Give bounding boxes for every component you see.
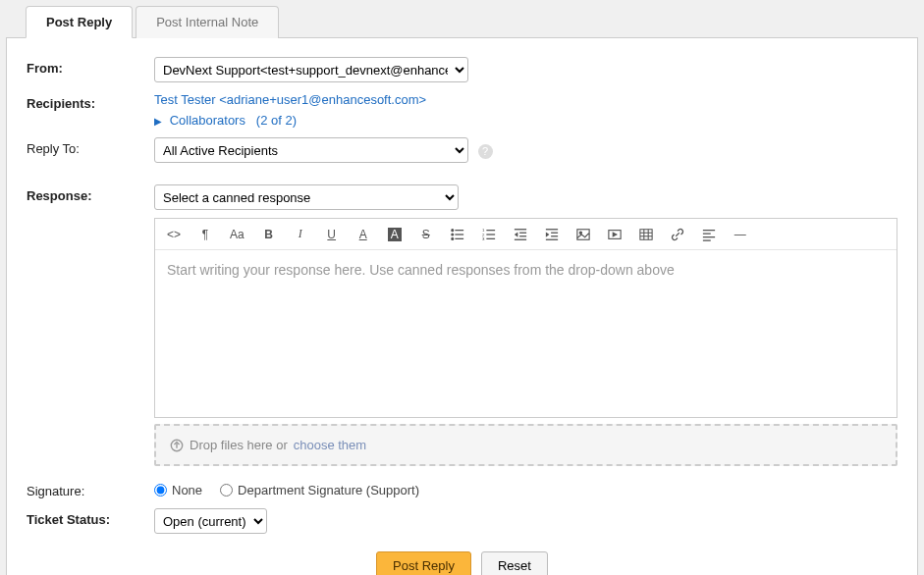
svg-marker-25: [613, 233, 617, 236]
collaborators-toggle[interactable]: ▶ Collaborators (2 of 2): [154, 113, 897, 128]
from-label: From:: [27, 57, 154, 76]
font-family-icon[interactable]: Aa: [230, 228, 245, 241]
signature-label: Signature:: [27, 480, 154, 498]
ordered-list-icon[interactable]: 123: [482, 228, 496, 241]
paragraph-icon[interactable]: ¶: [198, 228, 212, 241]
help-icon[interactable]: ?: [478, 144, 493, 159]
align-icon[interactable]: [702, 228, 716, 241]
tab-post-reply[interactable]: Post Reply: [26, 6, 133, 38]
ticket-status-select[interactable]: Open (current): [154, 508, 267, 534]
post-reply-button[interactable]: Post Reply: [376, 551, 471, 575]
strikethrough-icon[interactable]: S: [419, 228, 433, 241]
signature-none-label: None: [172, 483, 202, 497]
video-icon[interactable]: [608, 228, 622, 241]
signature-dept-option[interactable]: Department Signature (Support): [220, 483, 419, 497]
dropzone-text: Drop files here or: [190, 438, 288, 452]
signature-dept-label: Department Signature (Support): [238, 483, 419, 497]
reset-button[interactable]: Reset: [481, 551, 548, 575]
outdent-icon[interactable]: [514, 228, 527, 241]
recipients-label: Recipients:: [27, 92, 154, 111]
canned-response-select[interactable]: Select a canned response: [154, 184, 459, 210]
collaborators-count: (2 of 2): [256, 113, 297, 128]
font-color-icon[interactable]: A: [356, 228, 370, 241]
form-area: From: DevNext Support<test+support_devne…: [7, 39, 917, 575]
button-row: Post Reply Reset: [27, 551, 897, 575]
table-icon[interactable]: [639, 228, 653, 241]
caret-right-icon: ▶: [154, 116, 162, 127]
svg-marker-18: [546, 232, 550, 236]
svg-rect-26: [640, 229, 652, 239]
svg-point-2: [452, 234, 454, 235]
code-view-icon[interactable]: <>: [167, 228, 181, 241]
signature-none-option[interactable]: None: [154, 483, 202, 497]
upload-icon: [170, 439, 184, 452]
reply-to-select[interactable]: All Active Recipients: [154, 137, 468, 163]
ticket-status-label: Ticket Status:: [27, 508, 154, 527]
recipient-link[interactable]: Test Tester <adriane+user1@enhancesoft.c…: [154, 92, 426, 107]
svg-point-4: [452, 237, 454, 239]
svg-point-0: [452, 229, 454, 231]
response-label: Response:: [27, 184, 154, 203]
unordered-list-icon[interactable]: [451, 228, 464, 241]
italic-icon[interactable]: I: [294, 227, 307, 241]
file-dropzone[interactable]: Drop files here or choose them: [154, 424, 897, 466]
bold-icon[interactable]: B: [262, 228, 276, 241]
editor-body[interactable]: Start writing your response here. Use ca…: [155, 250, 897, 417]
link-icon[interactable]: [671, 228, 684, 241]
signature-none-radio[interactable]: [154, 484, 167, 497]
reply-to-label: Reply To:: [27, 137, 154, 156]
svg-point-23: [579, 232, 581, 234]
signature-dept-radio[interactable]: [220, 484, 233, 497]
tab-post-internal-note[interactable]: Post Internal Note: [136, 6, 279, 38]
image-icon[interactable]: [576, 228, 590, 241]
indent-icon[interactable]: [545, 228, 559, 241]
editor-toolbar: <> ¶ Aa B I U A A S 123: [155, 219, 897, 250]
choose-files-link[interactable]: choose them: [294, 438, 366, 452]
horizontal-rule-icon[interactable]: —: [734, 228, 747, 241]
highlight-icon[interactable]: A: [388, 228, 402, 241]
from-select[interactable]: DevNext Support<test+support_devnext@enh…: [154, 57, 468, 82]
underline-icon[interactable]: U: [325, 228, 339, 241]
svg-text:3: 3: [482, 236, 485, 241]
reply-panel: Post Reply Post Internal Note From: DevN…: [6, 6, 918, 575]
svg-marker-13: [515, 232, 518, 236]
editor: <> ¶ Aa B I U A A S 123: [154, 218, 897, 418]
collaborators-label: Collaborators: [170, 113, 245, 128]
tab-bar: Post Reply Post Internal Note: [6, 5, 918, 38]
